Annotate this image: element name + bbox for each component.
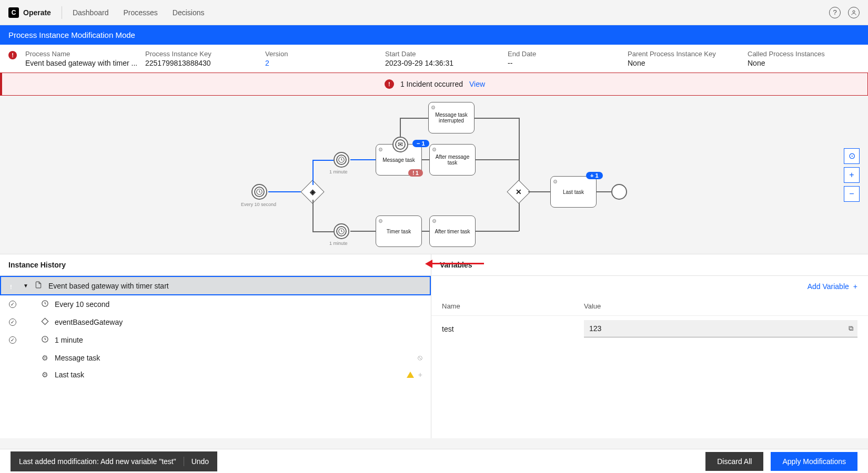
gateway-icon — [40, 317, 49, 327]
check-icon: ✓ — [9, 336, 16, 344]
plus-icon: + — [853, 282, 857, 291]
annotation-arrow-icon — [431, 263, 484, 264]
history-row-label: 1 minute — [55, 336, 83, 344]
gear-icon: ⚙ — [432, 218, 437, 224]
nav-dashboard[interactable]: Dashboard — [73, 8, 109, 17]
task-after-msg[interactable]: ⚙ After message task — [429, 144, 476, 176]
task-after-timer[interactable]: ⚙ After timer task — [429, 215, 476, 247]
info-version-value[interactable]: 2 — [265, 59, 381, 67]
info-name-value: Event based gateway with timer ... — [25, 59, 141, 67]
col-name: Name — [442, 302, 584, 310]
bottom-panels: Instance History ▼ Event based gateway w… — [0, 254, 868, 438]
nav-processes[interactable]: Processes — [123, 8, 157, 17]
svg-point-3 — [339, 229, 345, 234]
svg-point-0 — [853, 11, 855, 13]
gear-icon: ⚙ — [432, 147, 437, 152]
footer: Last added modification: Add new variabl… — [0, 449, 868, 473]
incident-count-badge: !1 — [408, 169, 423, 177]
modification-mode-banner: Process Instance Modification Mode — [0, 25, 868, 45]
modification-toast: Last added modification: Add new variabl… — [11, 451, 217, 471]
zoom-in-button[interactable]: + — [844, 167, 860, 183]
incident-dot-icon — [8, 51, 17, 59]
document-icon — [34, 281, 43, 290]
task-timer[interactable]: ⚙ Timer task — [376, 215, 422, 247]
brand: C Operate — [8, 7, 51, 18]
check-icon: ✓ — [9, 301, 16, 308]
gear-icon: ⚙ — [378, 218, 383, 224]
incident-view-link[interactable]: View — [469, 80, 485, 88]
task-msg-interrupted[interactable]: ⚙ Message task interrupted — [428, 102, 475, 133]
incident-dot-icon — [10, 282, 17, 290]
start-label: Every 10 second — [241, 202, 276, 207]
history-row[interactable]: ✓ 1 minute — [0, 331, 431, 349]
variables-title: Variables — [431, 254, 868, 276]
zoom-reset-button[interactable]: ⊙ — [844, 148, 860, 164]
svg-point-1 — [257, 189, 263, 195]
history-row-label: Last task — [55, 371, 84, 379]
gear-icon: ⚙ — [553, 179, 558, 184]
add-variable-button[interactable]: Add Variable+ — [431, 276, 868, 297]
history-row-label: Event based gateway with timer start — [48, 282, 169, 290]
user-icon[interactable] — [848, 7, 860, 18]
start-timer-event-icon[interactable] — [251, 184, 267, 200]
merge-gateway-icon[interactable]: ✕ — [507, 180, 530, 203]
nav-separator — [62, 6, 62, 19]
info-key-value: 2251799813888430 — [145, 59, 261, 67]
nav-decisions[interactable]: Decisions — [173, 8, 205, 17]
timer-1min-upper-icon[interactable] — [334, 152, 349, 168]
instance-history-panel: Instance History ▼ Event based gateway w… — [0, 254, 431, 438]
variables-panel: Variables Add Variable+ Name Value test … — [431, 254, 868, 438]
brand-logo-icon: C — [8, 7, 19, 18]
history-row[interactable]: ⚙ Message task ⦸ — [0, 349, 431, 366]
timer-1min-lower-icon[interactable] — [334, 223, 349, 239]
info-end-label: End Date — [508, 50, 623, 58]
help-icon[interactable]: ? — [829, 7, 841, 18]
top-right: ? — [829, 7, 860, 18]
zoom-out-button[interactable]: − — [844, 186, 860, 202]
discard-all-button[interactable]: Discard All — [705, 452, 763, 471]
clock-icon — [40, 335, 49, 345]
boundary-msg-icon[interactable]: ✉ — [392, 137, 408, 152]
zoom-controls: ⊙ + − — [844, 148, 860, 202]
incident-icon — [385, 79, 394, 89]
info-start-value: 2023-09-29 14:36:31 — [385, 59, 503, 67]
check-icon: ✓ — [9, 318, 16, 326]
gear-icon: ⚙ — [431, 105, 436, 110]
variable-value-input[interactable]: 123 ⧉ — [584, 320, 857, 337]
info-parent-label: Parent Process Instance Key — [628, 50, 743, 58]
incident-dot-icon — [9, 354, 16, 362]
info-end-value: -- — [508, 59, 623, 67]
end-event-icon[interactable] — [611, 184, 627, 200]
gear-icon: ⚙ — [40, 354, 49, 362]
variable-name: test — [442, 325, 584, 333]
undo-button[interactable]: Undo — [191, 457, 209, 466]
expand-icon[interactable]: ⧉ — [849, 324, 853, 333]
warning-icon — [407, 372, 414, 378]
history-row-label: Message task — [55, 354, 100, 362]
history-title: Instance History — [0, 254, 431, 276]
top-nav: C Operate Dashboard Processes Decisions … — [0, 0, 868, 25]
cancel-icon[interactable]: ⦸ — [418, 353, 422, 362]
bpmn-diagram[interactable]: Every 10 second ◈ 1 minute ⚙ Message tas… — [0, 96, 868, 254]
incident-banner: 1 Incident occurred View — [0, 73, 868, 96]
info-key-label: Process Instance Key — [145, 50, 261, 58]
add-icon[interactable]: + — [418, 371, 422, 379]
timer1-label: 1 minute — [329, 169, 348, 174]
apply-modifications-button[interactable]: Apply Modifications — [771, 452, 857, 471]
gear-icon: ⚙ — [40, 371, 49, 379]
info-start-label: Start Date — [385, 50, 503, 58]
history-row[interactable]: ✓ Every 10 second — [0, 295, 431, 313]
history-row-root[interactable]: ▼ Event based gateway with timer start — [0, 276, 431, 295]
brand-title: Operate — [23, 8, 51, 17]
gear-icon: ⚙ — [378, 147, 383, 152]
mod-minus-badge: − 1 — [412, 140, 429, 147]
instance-info-bar: Process Name Event based gateway with ti… — [0, 45, 868, 73]
history-row[interactable]: ⚙ Last task + — [0, 366, 431, 383]
task-last[interactable]: ⚙ Last task — [550, 176, 597, 208]
info-called-value: None — [748, 59, 860, 67]
chevron-down-icon[interactable]: ▼ — [23, 283, 28, 289]
incident-text: 1 Incident occurred — [400, 80, 463, 88]
info-parent-value: None — [628, 59, 743, 67]
history-row[interactable]: ✓ eventBasedGateway — [0, 313, 431, 331]
nav-links: Dashboard Processes Decisions — [73, 8, 205, 17]
